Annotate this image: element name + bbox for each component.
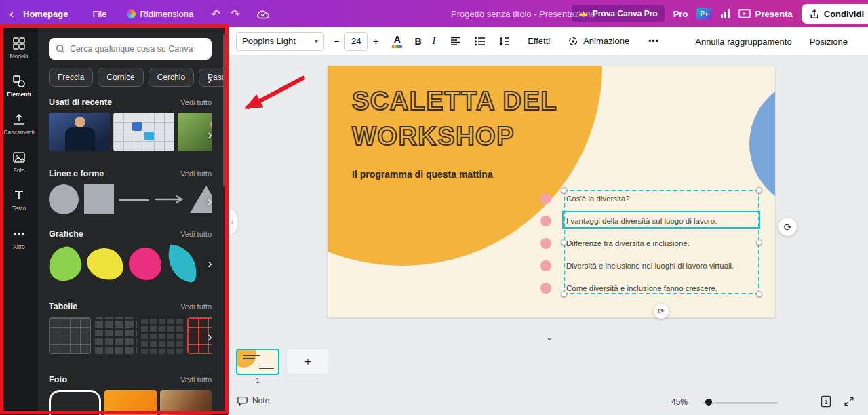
selection-handle[interactable]: [756, 187, 762, 193]
shape-circle[interactable]: [49, 184, 79, 214]
workspace: Poppins Light ▾ − 24 + A B I Effetti Ani…: [228, 27, 868, 415]
font-size-input[interactable]: 24: [344, 32, 368, 51]
list-icon: [475, 37, 486, 46]
arrow-glyph: [155, 195, 184, 203]
toolbar-collapse-chevron-icon[interactable]: ⌄: [545, 331, 554, 343]
photo-thumb-orange[interactable]: [104, 390, 156, 415]
effects-button[interactable]: Effetti: [528, 36, 550, 46]
shape-arrow[interactable]: [155, 184, 184, 214]
sidebar-item-label: Caricamenti: [3, 129, 34, 136]
animate-button[interactable]: Animazione: [568, 36, 629, 47]
font-selector[interactable]: Poppins Light ▾: [236, 32, 324, 51]
see-all-photos-link[interactable]: Vedi tutto: [180, 376, 212, 384]
chip-cerchio[interactable]: Cerchio: [149, 68, 194, 87]
sidebar-item-foto[interactable]: Foto: [0, 151, 38, 183]
table-thumb-cells-small[interactable]: [141, 317, 183, 354]
recent-scroll-chevron-icon[interactable]: ›: [208, 127, 212, 141]
sidebar-item-testo[interactable]: Testo: [0, 189, 38, 221]
share-button[interactable]: Condividi: [802, 4, 868, 24]
thumb-detail: [144, 132, 154, 140]
slide-subtitle[interactable]: Il programma di questa mattina: [352, 169, 493, 180]
slide-title[interactable]: SCALETTA DEL WORKSHOP: [352, 83, 557, 154]
recent-thumb-business[interactable]: [49, 113, 110, 151]
text-align-button[interactable]: [450, 37, 461, 46]
back-chevron-icon[interactable]: ‹: [9, 7, 14, 20]
homepage-link[interactable]: Homepage: [23, 9, 68, 19]
thumb-detail: [259, 365, 274, 365]
italic-button[interactable]: I: [433, 36, 436, 47]
sidebar-item-modelli[interactable]: Modelli: [0, 37, 38, 69]
search-bar[interactable]: [49, 38, 212, 60]
search-input[interactable]: [70, 44, 205, 54]
photos-row: [49, 390, 212, 415]
resize-button[interactable]: Ridimensiona: [127, 9, 193, 19]
table-thumb-cells[interactable]: [95, 317, 137, 354]
sidebar-item-caricamenti[interactable]: Caricamenti: [0, 113, 38, 145]
selection-handle[interactable]: [756, 291, 762, 297]
panel-collapse-tab[interactable]: ‹: [228, 209, 237, 235]
see-all-graphics-link[interactable]: Vedi tutto: [180, 230, 212, 238]
graphics-scroll-chevron-icon[interactable]: ›: [208, 256, 212, 270]
photo-thumb-outline[interactable]: [49, 390, 101, 415]
zoom-slider-handle[interactable]: [705, 399, 712, 406]
see-all-lines-link[interactable]: Vedi tutto: [180, 170, 212, 178]
line-spacing-button[interactable]: [499, 37, 510, 46]
panel-scrollbar[interactable]: [223, 34, 226, 186]
bullet-list-button[interactable]: [475, 37, 486, 46]
bold-button[interactable]: B: [414, 36, 421, 47]
selection-handle[interactable]: [561, 291, 567, 297]
refresh-style-button[interactable]: ⟳: [778, 218, 797, 236]
chips-scroll-chevron-icon[interactable]: ›: [208, 72, 212, 85]
selection-handle[interactable]: [561, 187, 567, 193]
redo-icon[interactable]: ↷: [231, 7, 240, 20]
page-thumbnail-1[interactable]: [236, 349, 279, 375]
chip-cornice[interactable]: Cornice: [98, 68, 143, 87]
rotate-handle[interactable]: ⟳: [654, 304, 669, 319]
ungroup-button[interactable]: Annulla raggruppamento: [695, 37, 791, 47]
more-options-button[interactable]: •••: [648, 37, 659, 46]
undo-icon[interactable]: ↶: [211, 7, 220, 20]
selection-box[interactable]: [564, 190, 760, 294]
shape-line[interactable]: [119, 184, 149, 214]
see-all-tables-link[interactable]: Vedi tutto: [180, 302, 212, 311]
graphic-pink-blob[interactable]: [129, 248, 161, 280]
see-all-recent-link[interactable]: Vedi tutto: [180, 98, 212, 106]
font-size-decrease-button[interactable]: −: [334, 36, 339, 47]
slide-canvas[interactable]: SCALETTA DEL WORKSHOP Il programma di qu…: [328, 66, 775, 317]
graphic-green-blob[interactable]: [49, 245, 83, 283]
sidebar-item-altro[interactable]: Altro: [0, 227, 38, 260]
thumb-detail: [243, 355, 260, 356]
recent-thumb-person[interactable]: [178, 113, 212, 151]
elements-panel: Freccia Cornice Cerchio Pasqua › Usati d…: [38, 27, 228, 415]
try-pro-button[interactable]: Prova Canva Pro: [572, 5, 665, 22]
photo-thumb-people[interactable]: [160, 390, 212, 415]
selection-handle[interactable]: [756, 239, 762, 245]
page-number: 1: [236, 377, 279, 384]
position-button[interactable]: Posizione: [810, 37, 848, 47]
add-page-button[interactable]: +: [286, 349, 330, 375]
recent-items-row: [49, 113, 212, 151]
file-menu[interactable]: File: [92, 9, 106, 19]
shape-square[interactable]: [84, 184, 114, 214]
page-view-button[interactable]: 1: [819, 395, 833, 408]
team-avatar-badge[interactable]: P+: [696, 8, 712, 20]
present-button[interactable]: Presenta: [738, 9, 793, 19]
sidebar-item-elementi[interactable]: Elementi: [0, 75, 38, 107]
table-thumb-grid[interactable]: [49, 317, 91, 354]
uploads-icon: [12, 113, 26, 126]
chip-freccia[interactable]: Freccia: [49, 68, 93, 87]
fullscreen-button[interactable]: [842, 395, 856, 408]
chevron-down-icon: ▾: [315, 37, 318, 45]
tables-scroll-chevron-icon[interactable]: ›: [208, 330, 212, 343]
text-color-button[interactable]: A: [392, 35, 402, 48]
shapes-scroll-chevron-icon[interactable]: ›: [208, 194, 212, 208]
graphic-teal-leaf[interactable]: [164, 244, 201, 283]
selection-handle[interactable]: [561, 239, 567, 245]
notes-button[interactable]: Note: [237, 396, 269, 406]
templates-icon: [12, 37, 26, 50]
zoom-slider-track[interactable]: [703, 402, 778, 404]
recent-thumb-keyboard[interactable]: [113, 113, 174, 151]
graphic-yellow-blob[interactable]: [85, 246, 125, 281]
font-size-increase-button[interactable]: +: [373, 36, 378, 47]
insights-bars-icon[interactable]: [721, 9, 730, 18]
